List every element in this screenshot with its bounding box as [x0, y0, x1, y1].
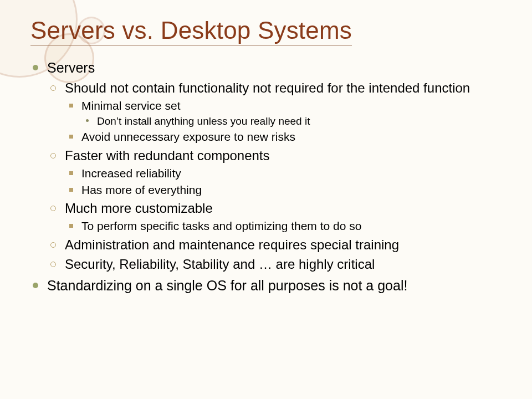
list-item: Administration and maintenance requires …	[49, 236, 502, 254]
list-item: Increased reliability	[67, 166, 502, 181]
list-text: Don’t install anything unless you really…	[97, 115, 310, 127]
slide-title: Servers vs. Desktop Systems	[30, 17, 502, 44]
list-item: Much more customizable To perform specif…	[49, 200, 502, 233]
list-item: Faster with redundant components Increas…	[49, 147, 502, 197]
list-text: Should not contain functionality not req…	[65, 80, 470, 95]
list-item: Has more of everything	[67, 182, 502, 198]
bullet-list: Servers Should not contain functionality…	[30, 59, 502, 295]
list-text: Avoid unnecessary exposure to new risks	[81, 130, 295, 143]
list-text: Increased reliability	[81, 167, 181, 180]
list-item: Avoid unnecessary exposure to new risks	[67, 129, 502, 145]
list-item: Should not contain functionality not req…	[49, 79, 502, 145]
list-item: Don’t install anything unless you really…	[84, 114, 502, 128]
list-item: Security, Reliability, Stability and … a…	[49, 255, 502, 273]
list-text: Standardizing on a single OS for all pur…	[47, 278, 407, 293]
slide: Servers vs. Desktop Systems Servers Shou…	[0, 0, 532, 320]
list-text: Servers	[47, 60, 95, 75]
list-text: Administration and maintenance requires …	[65, 237, 399, 252]
list-item: Servers Should not contain functionality…	[30, 59, 502, 273]
list-item: Minimal service set Don’t install anythi…	[67, 98, 502, 129]
list-text: Much more customizable	[65, 201, 213, 216]
list-text: To perform specific tasks and optimizing…	[81, 219, 361, 232]
list-text: Minimal service set	[81, 99, 181, 112]
list-item: Standardizing on a single OS for all pur…	[30, 277, 502, 295]
list-text: Has more of everything	[81, 183, 202, 196]
list-text: Security, Reliability, Stability and … a…	[65, 257, 375, 272]
list-item: To perform specific tasks and optimizing…	[67, 218, 502, 234]
list-text: Faster with redundant components	[65, 148, 270, 163]
